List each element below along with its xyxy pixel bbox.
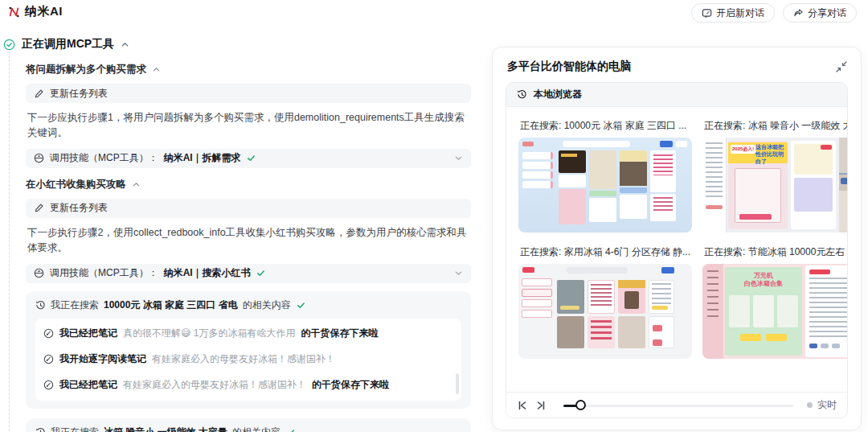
skill-prefix: 调用技能（MCP工具）： [50,266,158,280]
step-description: 下一步执行步骤2，使用collect_redbook_info工具收集小红书购买… [27,225,469,257]
thumb-overlay-text: 这台冰箱把性价比玩明白了 [755,144,784,165]
thumb-badge-text: 2025必入! [731,145,755,154]
note-result-row: 我开始逐字阅读笔记 有娃家庭必入的母婴友好冰箱！感谢国补！ [43,347,453,372]
browser-screenshot-3[interactable] [518,264,692,359]
browser-screenshot-4[interactable]: 万元机 白色冰箱合集 [702,264,848,359]
note-tail: 的干货保存下来啦 [312,378,389,392]
toolbox-icon [34,153,44,163]
note-pen-icon [43,354,54,364]
playback-controls: 实时 [506,392,847,418]
scrollbar-thumb[interactable] [456,373,459,394]
nano-ai-logo-icon [8,6,20,18]
new-chat-button[interactable]: 开启新对话 [691,3,775,23]
brand-logo[interactable]: 纳米AI [8,4,63,19]
skip-to-end-icon[interactable] [535,400,547,411]
chevron-up-icon[interactable] [152,65,161,74]
live-toggle[interactable]: 实时 [807,398,837,412]
browser-screenshot-2[interactable]: 2025必入! 这台冰箱把性价比玩明白了 [702,138,848,232]
viewer-label: 本地浏览器 [534,88,582,101]
search-query: 10000元 冰箱 家庭 三四口 省电 [104,298,238,312]
top-actions: 开启新对话 分享对话 [691,3,857,23]
note-action: 我开始逐字阅读笔记 [59,352,146,366]
skill-call-bar[interactable]: 调用技能（MCP工具）： 纳米AI｜拆解需求 [26,149,471,168]
pencil-icon [34,88,44,99]
screenshot-cell: 正在搜索: 10000元 冰箱 家庭 三四口 ... [518,117,692,232]
skill-call-bar[interactable]: 调用技能（MCP工具）： 纳米AI｜搜索小红书 [26,264,471,283]
screenshot-cell: 正在搜索: 家用冰箱 4-6门 分区存储 静... [518,244,692,359]
history-search-icon [517,89,527,100]
check-icon [296,300,306,311]
agent-steps-panel: 正在调用MCP工具 将问题拆解为多个购买需求 更新任务列表 下一步应执行步骤1，… [0,37,471,432]
update-task-label: 更新任务列表 [50,87,108,101]
collapse-panel-icon[interactable] [835,60,848,73]
screenshot-caption: 正在搜索: 节能冰箱 10000元左右 多口... [704,245,848,259]
pencil-icon [34,203,44,213]
substep-2-label: 在小红书收集购买攻略 [26,178,126,191]
search-suffix: 的相关内容 [243,298,291,312]
search-query: 冰箱 噪音小 一级能效 大容量 [104,426,227,432]
search-prefix: 我正在搜索 [51,298,99,312]
chevron-down-icon[interactable] [454,154,463,163]
history-search-icon [35,427,46,432]
skip-to-start-icon[interactable] [517,400,528,411]
slider-handle[interactable] [575,400,586,410]
browser-screenshot-1[interactable] [518,138,692,232]
screenshot-grid: 正在搜索: 10000元 冰箱 家庭 三四口 ... [506,107,847,392]
note-tail: 的干货保存下来啦 [301,327,379,340]
top-bar: 纳米AI 开启新对话 分享对话 [0,0,868,27]
mcp-step-title: 正在调用MCP工具 [22,37,114,51]
chevron-down-icon[interactable] [454,269,463,278]
share-chat-label: 分享对话 [808,6,846,20]
app-window: 纳米AI 开启新对话 分享对话 [0,0,868,432]
new-chat-icon [702,8,712,19]
note-title: 真的很不理解😅 1万多的冰箱有啥大作用 [123,327,296,340]
note-pen-icon [43,380,54,390]
screenshot-caption: 正在搜索: 家用冰箱 4-6门 分区存储 静... [520,245,690,259]
search-progress-card: 我正在搜索 冰箱 噪音小 一级能效 大容量 的相关内容 我已经把笔记 适 [26,418,471,432]
note-result-list: 我已经把笔记 真的很不理解😅 1万多的冰箱有啥大作用 的干货保存下来啦 我开始逐… [35,319,461,401]
substep-2-heading[interactable]: 在小红书收集购买攻略 [26,178,471,191]
skill-name: 纳米AI｜拆解需求 [164,151,241,165]
collapse-caret-icon[interactable] [121,40,129,49]
substep-1-label: 将问题拆解为多个购买需求 [26,63,146,76]
steps-timeline: 将问题拆解为多个购买需求 更新任务列表 下一步应执行步骤1，将用户问题拆解为多个… [9,51,471,432]
note-result-row: 我已经把笔记 真的很不理解😅 1万多的冰箱有啥大作用 的干货保存下来啦 [43,321,453,347]
history-search-icon [35,300,46,311]
new-chat-label: 开启新对话 [716,6,764,20]
share-icon [793,8,804,19]
check-icon [256,268,266,278]
update-task-label: 更新任务列表 [50,201,108,215]
toolbox-icon [34,268,44,278]
computer-panel-title: 多平台比价智能体的电脑 [507,60,835,74]
search-card-header: 我正在搜索 10000元 冰箱 家庭 三四口 省电 的相关内容 [35,298,461,312]
screenshot-cell: 正在搜索: 冰箱 噪音小 一级能效 大容量 2025必入! 这台冰箱把性价比玩明… [702,117,848,232]
step-done-icon [3,39,15,51]
skill-name: 纳米AI｜搜索小红书 [164,266,251,280]
step-description: 下一步应执行步骤1，将用户问题拆解为多个购买需求，使用demolition_re… [27,110,469,142]
search-card-header: 我正在搜索 冰箱 噪音小 一级能效 大容量 的相关内容 [35,426,461,432]
agent-computer-panel: 多平台比价智能体的电脑 本地浏览器 正在搜索: 10000元 冰箱 家庭 三四口… [492,47,862,430]
note-result-row: 我已经把笔记 有娃家庭必入的母婴友好冰箱！感谢国补！ 的干货保存下来啦 [43,372,453,398]
update-task-bar: 更新任务列表 [26,84,471,103]
search-suffix: 的相关内容 [232,426,280,432]
thumb-poster-text: 万元机 白色冰箱合集 [725,272,802,289]
live-dot-icon [807,402,813,408]
local-browser-viewer: 本地浏览器 正在搜索: 10000元 冰箱 家庭 三四口 ... [506,82,848,418]
live-label: 实时 [817,398,837,412]
check-icon [285,427,296,432]
brand-name: 纳米AI [25,4,63,19]
viewer-header: 本地浏览器 [506,83,847,107]
note-action: 我已经把笔记 [59,327,117,340]
mcp-step-header[interactable]: 正在调用MCP工具 [0,37,471,51]
note-title: 有娃家庭必入的母婴友好冰箱！感谢国补！ [123,378,306,392]
note-pen-icon [43,328,54,339]
note-title: 有娃家庭必入的母婴友好冰箱！感谢国补！ [152,352,335,366]
substep-1-heading[interactable]: 将问题拆解为多个购买需求 [26,63,471,76]
skill-prefix: 调用技能（MCP工具）： [50,151,158,165]
share-chat-button[interactable]: 分享对话 [783,3,857,23]
chevron-up-icon[interactable] [132,180,141,189]
slider-track[interactable] [563,405,793,407]
screenshot-caption: 正在搜索: 冰箱 噪音小 一级能效 大容量 [704,119,848,133]
search-prefix: 我正在搜索 [51,426,99,432]
timeline-slider[interactable] [563,400,793,411]
